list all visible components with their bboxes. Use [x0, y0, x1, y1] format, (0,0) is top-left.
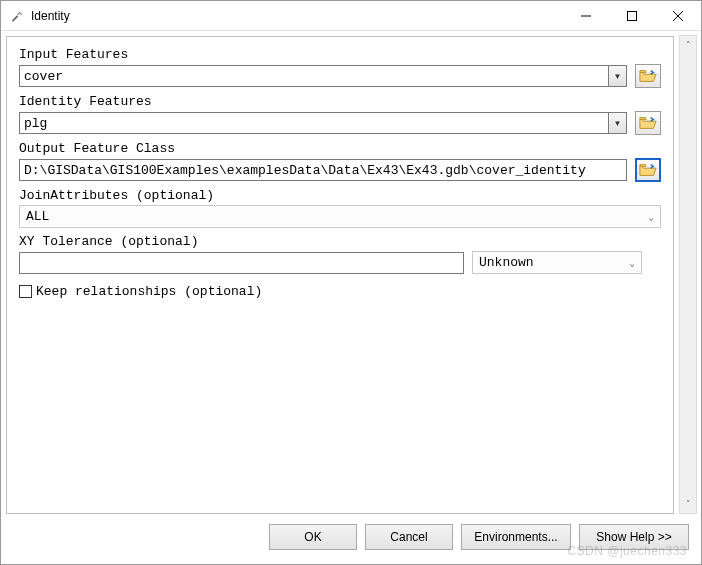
xy-tolerance-input[interactable]: [20, 253, 463, 273]
chevron-down-icon: ⌄: [630, 257, 635, 268]
scroll-up-icon[interactable]: ˄: [680, 36, 696, 54]
folder-open-icon: [639, 115, 657, 131]
svg-rect-1: [628, 11, 637, 20]
environments-button[interactable]: Environments...: [461, 524, 571, 550]
identity-features-browse-button[interactable]: [635, 111, 661, 135]
close-button[interactable]: [655, 1, 701, 30]
show-help-button[interactable]: Show Help >>: [579, 524, 689, 550]
identity-features-input[interactable]: [20, 113, 608, 133]
hammer-icon: [9, 8, 25, 24]
input-features-input[interactable]: [20, 66, 608, 86]
window-title: Identity: [31, 9, 563, 23]
xy-tolerance-label: XY Tolerance (optional): [19, 234, 661, 249]
vertical-scrollbar[interactable]: ˄ ˅: [679, 35, 697, 514]
input-features-label: Input Features: [19, 47, 661, 62]
keep-relationships-checkbox[interactable]: [19, 285, 32, 298]
chevron-down-icon[interactable]: ▼: [608, 113, 626, 133]
window-controls: [563, 1, 701, 30]
input-features-combo[interactable]: ▼: [19, 65, 627, 87]
scroll-down-icon[interactable]: ˅: [680, 495, 696, 513]
output-feature-class-label: Output Feature Class: [19, 141, 661, 156]
folder-open-icon: [639, 162, 657, 178]
maximize-button[interactable]: [609, 1, 655, 30]
form-panel: Input Features ▼: [6, 36, 674, 514]
ok-button[interactable]: OK: [269, 524, 357, 550]
join-attributes-label: JoinAttributes (optional): [19, 188, 661, 203]
output-feature-class-input[interactable]: [20, 160, 626, 180]
folder-open-icon: [639, 68, 657, 84]
chevron-down-icon: ⌄: [649, 211, 654, 222]
keep-relationships-label: Keep relationships (optional): [36, 284, 262, 299]
titlebar: Identity: [1, 1, 701, 31]
minimize-button[interactable]: [563, 1, 609, 30]
output-feature-class-browse-button[interactable]: [635, 158, 661, 182]
join-attributes-combo[interactable]: ALL ⌄: [19, 205, 661, 228]
xy-tolerance-unit-value: Unknown: [479, 255, 534, 270]
cancel-button[interactable]: Cancel: [365, 524, 453, 550]
output-feature-class-field[interactable]: [19, 159, 627, 181]
chevron-down-icon[interactable]: ▼: [608, 66, 626, 86]
identity-features-label: Identity Features: [19, 94, 661, 109]
input-features-browse-button[interactable]: [635, 64, 661, 88]
join-attributes-value: ALL: [26, 209, 49, 224]
xy-tolerance-unit-combo[interactable]: Unknown ⌄: [472, 251, 642, 274]
xy-tolerance-field[interactable]: [19, 252, 464, 274]
identity-features-combo[interactable]: ▼: [19, 112, 627, 134]
button-bar: OK Cancel Environments... Show Help >>: [1, 518, 701, 564]
